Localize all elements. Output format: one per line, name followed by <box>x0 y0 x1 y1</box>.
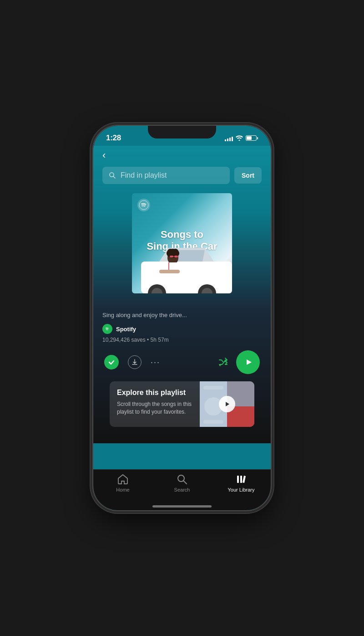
nav-home[interactable]: Home <box>107 473 139 492</box>
status-time: 1:28 <box>106 133 121 143</box>
cover-image: Songs to Sing in the Car <box>132 193 232 293</box>
svg-rect-34 <box>240 476 242 483</box>
svg-line-1 <box>113 176 115 178</box>
playlist-description: Sing along and enjoy the drive... <box>102 310 262 318</box>
shuffle-button[interactable] <box>218 357 229 368</box>
nav-home-label: Home <box>116 487 129 492</box>
download-button[interactable] <box>128 355 142 369</box>
action-left-group: ··· <box>104 355 160 369</box>
search-icon <box>109 172 116 179</box>
nav-search-label: Search <box>174 487 190 492</box>
info-section: Sing along and enjoy the drive... Spotif… <box>93 310 271 443</box>
search-nav-icon <box>176 473 188 485</box>
spotify-creator-badge <box>102 324 112 334</box>
explore-card-image <box>200 381 254 427</box>
car-scene <box>132 234 232 293</box>
search-sort-row: Find in playlist Sort <box>102 167 262 184</box>
battery-icon <box>246 135 258 141</box>
creator-row: Spotify <box>102 324 262 334</box>
wifi-icon <box>236 135 243 141</box>
cover-container: Songs to Sing in the Car <box>102 193 262 293</box>
explore-text-area: Explore this playlist Scroll through the… <box>110 381 200 427</box>
more-options-button[interactable]: ··· <box>151 358 160 367</box>
svg-point-22 <box>219 365 221 366</box>
playlist-stats: 10,294,426 saves • 5h 57m <box>102 337 262 343</box>
status-icons <box>225 135 258 141</box>
svg-point-7 <box>167 249 173 254</box>
sort-button[interactable]: Sort <box>234 167 262 184</box>
search-bar[interactable]: Find in playlist <box>102 167 230 184</box>
action-right-group <box>218 350 260 374</box>
nav-library-label: Your Library <box>228 487 255 492</box>
phone-frame: 1:28 <box>93 126 271 510</box>
svg-point-8 <box>173 249 178 254</box>
svg-rect-33 <box>237 476 239 483</box>
notch <box>148 126 216 138</box>
saved-button[interactable] <box>104 355 119 369</box>
svg-line-32 <box>184 481 187 484</box>
svg-rect-29 <box>203 420 223 424</box>
svg-point-31 <box>178 475 184 482</box>
search-placeholder: Find in playlist <box>121 171 167 180</box>
cover-spotify-logo <box>137 199 150 211</box>
explore-play-button[interactable] <box>219 396 235 412</box>
header-section: ‹ Find in playlist Sort <box>93 146 271 310</box>
svg-rect-28 <box>203 386 223 390</box>
explore-card-description: Scroll through the songs in this playlis… <box>117 400 192 416</box>
home-indicator <box>152 505 212 508</box>
svg-rect-9 <box>170 256 173 257</box>
svg-rect-14 <box>159 270 180 273</box>
svg-marker-30 <box>226 402 229 406</box>
back-button[interactable]: ‹ <box>102 146 262 167</box>
explore-img-bg <box>200 381 254 427</box>
svg-rect-10 <box>174 256 178 257</box>
phone-screen: 1:28 <box>93 126 271 510</box>
explore-card-title: Explore this playlist <box>117 389 192 397</box>
play-button[interactable] <box>236 350 260 374</box>
creator-name: Spotify <box>116 326 136 333</box>
actions-row: ··· <box>102 350 262 374</box>
signal-icon <box>225 135 233 141</box>
nav-library[interactable]: Your Library <box>225 473 257 492</box>
explore-card[interactable]: Explore this playlist Scroll through the… <box>110 381 254 427</box>
svg-marker-23 <box>247 359 252 365</box>
nav-search[interactable]: Search <box>166 473 198 492</box>
app-content[interactable]: ‹ Find in playlist Sort <box>93 146 271 469</box>
back-chevron-icon: ‹ <box>102 149 106 161</box>
home-icon <box>117 473 129 485</box>
bottom-nav: Home Search Your Library <box>93 469 271 503</box>
library-icon <box>235 473 247 485</box>
